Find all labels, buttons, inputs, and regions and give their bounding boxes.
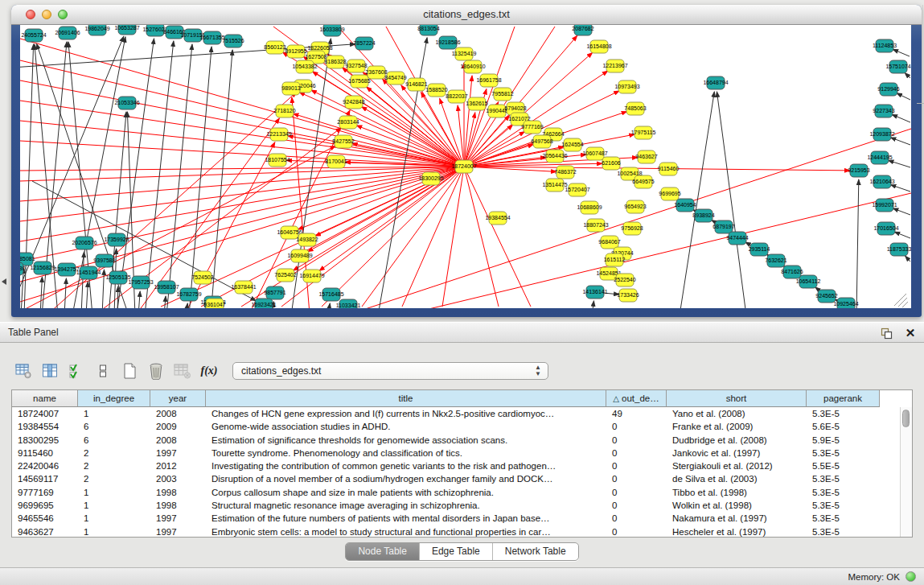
table-row[interactable]: 1872400712008Changes of HCN gene express… [12, 407, 912, 420]
column-header-pagerank[interactable]: pagerank [807, 390, 880, 407]
graph-node[interactable]: 9115460 [658, 163, 680, 175]
graph-node[interactable]: 1588520 [425, 84, 447, 97]
graph-node[interactable]: 10973493 [614, 80, 639, 93]
table-row[interactable]: 946362711997Embryonic stem cells: a mode… [12, 525, 912, 538]
graph-node[interactable]: 17957253 [128, 276, 153, 289]
graph-node[interactable]: 18640910 [460, 60, 485, 73]
close-panel-icon[interactable]: ✕ [903, 326, 918, 340]
graph-node[interactable]: 2935114 [749, 243, 770, 256]
column-header-out_de[interactable]: △out_de… [606, 390, 667, 407]
graph-node[interactable]: 10653287 [114, 25, 139, 35]
graph-node[interactable]: 16210643 [869, 175, 894, 188]
graph-node[interactable]: 16378441 [231, 281, 256, 294]
graph-node[interactable]: 6879197 [713, 220, 734, 233]
table-row[interactable]: 969969511998Structural magnetic resonanc… [12, 499, 912, 512]
float-panel-icon[interactable] [879, 326, 893, 340]
graph-node[interactable]: 9146821 [405, 78, 427, 91]
graph-node[interactable]: 9129946 [877, 83, 899, 96]
graph-node[interactable]: 989013 [281, 82, 300, 95]
table-row[interactable]: 946554611997Estimation of the future num… [12, 512, 912, 525]
graph-node[interactable]: 8822037 [446, 90, 467, 103]
table-row[interactable]: 1456911722003Disruption of a novel membe… [12, 472, 912, 485]
graph-node[interactable]: 15751074 [885, 60, 910, 73]
close-window-button[interactable] [26, 10, 35, 19]
graph-node[interactable]: 10688609 [577, 201, 602, 214]
graph-node[interactable]: 11033421 [336, 299, 361, 308]
memory-status-indicator[interactable] [906, 571, 916, 582]
zoom-window-button[interactable] [58, 10, 68, 19]
graph-node[interactable]: 1733426 [617, 289, 639, 302]
graph-node[interactable]: 16648794 [703, 76, 728, 89]
graph-node[interactable]: 8938924 [692, 209, 714, 222]
resize-grip-icon[interactable] [894, 294, 908, 307]
table-row[interactable]: 911546021997Tourette syndrome. Phenomeno… [12, 447, 912, 459]
table-row[interactable]: 1830029562008Estimation of significance … [12, 434, 912, 447]
graph-node[interactable]: 9857791 [264, 286, 285, 299]
graph-node[interactable]: 1362615 [466, 97, 487, 110]
graph-node[interactable]: 8813054 [417, 25, 439, 35]
graph-node[interactable]: 1493822 [296, 233, 318, 246]
graph-node[interactable]: 9242848 [343, 96, 364, 109]
graph-node[interactable]: 9654923 [624, 200, 646, 213]
function-builder-icon[interactable]: f(x) [200, 362, 218, 380]
graph-node[interactable]: 18107554 [265, 154, 290, 167]
graph-node[interactable]: 7485063 [624, 102, 646, 115]
graph-node[interactable]: 7632621 [765, 254, 786, 267]
delete-trash-icon[interactable] [147, 362, 165, 380]
graph-node[interactable]: 2718120 [273, 105, 295, 117]
graph-node[interactable]: 11124853 [873, 39, 897, 52]
graph-node[interactable]: 9361047 [203, 299, 225, 308]
graph-node[interactable]: 7857224 [353, 37, 375, 50]
graph-node[interactable]: 7486372 [554, 166, 576, 179]
graph-node[interactable]: 16671355 [199, 31, 224, 44]
graph-node[interactable]: 19862049 [84, 25, 109, 35]
table-settings-icon[interactable] [14, 362, 32, 380]
graph-node[interactable]: 9699695 [659, 187, 680, 200]
table-row[interactable]: 977716911998Corpus callosum shape and si… [12, 486, 912, 499]
graph-node[interactable]: 21053346 [114, 97, 139, 109]
row-height-icon[interactable] [94, 362, 112, 380]
graph-node[interactable]: 10543382 [292, 60, 317, 73]
graph-node[interactable]: 16099489 [287, 249, 312, 262]
graph-node[interactable]: 6649575 [632, 175, 654, 188]
table-select-dropdown[interactable]: citations_edges.txt ▲▼ [232, 362, 548, 380]
graph-node[interactable]: 16914479 [299, 270, 324, 282]
graph-node[interactable]: 19384554 [485, 212, 510, 225]
graph-node[interactable]: 16154808 [586, 40, 611, 53]
graph-node[interactable]: 12505135 [105, 271, 130, 284]
graph-node[interactable]: 2087682 [572, 25, 593, 35]
graph-node[interactable]: 11875333 [887, 243, 911, 256]
graph-node[interactable]: 16033809 [319, 25, 344, 36]
graph-node[interactable]: 15992071 [872, 199, 897, 212]
graph-node[interactable]: 1675685 [348, 75, 370, 88]
graph-node[interactable]: 7955812 [491, 88, 513, 101]
graph-node[interactable]: 15716485 [318, 288, 343, 301]
graph-node[interactable]: 9397588 [93, 254, 115, 267]
graph-node[interactable]: 9215953 [848, 164, 869, 177]
graph-node[interactable]: 12213967 [602, 60, 627, 72]
graph-node[interactable]: 2803144 [337, 116, 359, 129]
graph-node[interactable]: 8170041 [325, 155, 347, 168]
graph-node[interactable]: 7524502 [191, 271, 213, 284]
graph-node[interactable]: 8427552 [332, 135, 354, 148]
tab-node-table[interactable]: Node Table [346, 543, 419, 560]
graph-node[interactable]: 1624554 [561, 138, 583, 151]
graph-node[interactable]: 17359928 [104, 233, 129, 246]
graph-node[interactable]: 621606 [602, 157, 620, 170]
graph-node[interactable]: 9474444 [726, 232, 748, 245]
column-chooser-icon[interactable] [41, 362, 59, 380]
graph-node[interactable]: 1640954 [674, 199, 696, 212]
column-header-title[interactable]: title [206, 390, 606, 407]
graph-node[interactable]: 16782759 [176, 288, 201, 301]
graph-node[interactable]: 11451944 [76, 266, 101, 279]
graph-node[interactable]: 8912955 [285, 45, 306, 58]
graph-node[interactable]: 10925464 [833, 298, 858, 308]
table-row[interactable]: 1938455462009Genome-wide association stu… [12, 420, 912, 433]
window-titlebar[interactable]: citations_edges.txt [11, 5, 922, 25]
graph-node[interactable]: 12444195 [867, 151, 892, 164]
graph-node[interactable]: 2522540 [614, 274, 635, 286]
graph-node[interactable]: 24055724 [21, 29, 46, 42]
collapse-left-panel-icon[interactable] [2, 278, 6, 285]
graph-node[interactable]: 19218586 [435, 36, 460, 49]
graph-node[interactable]: 12093872 [869, 128, 894, 141]
